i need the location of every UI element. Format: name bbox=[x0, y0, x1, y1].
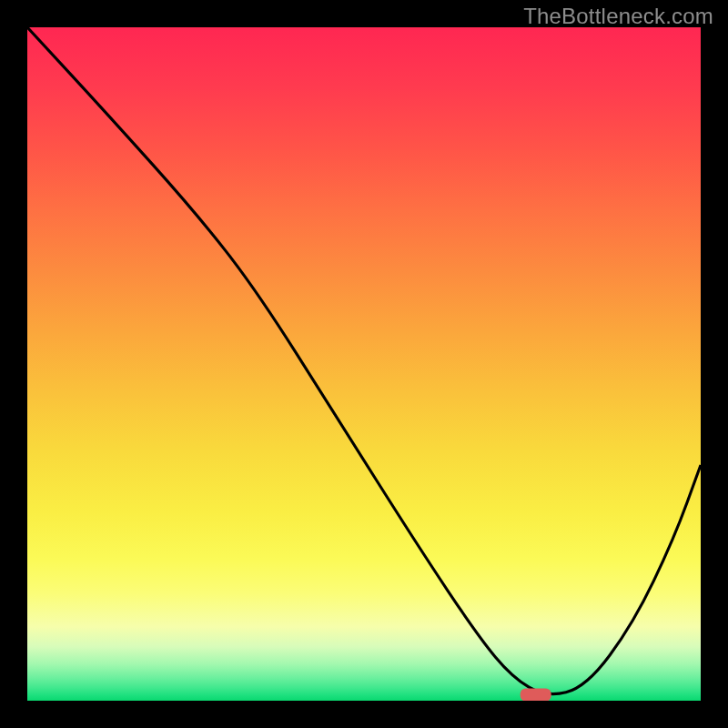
chart-overlay bbox=[27, 27, 701, 701]
watermark-text: TheBottleneck.com bbox=[523, 4, 713, 29]
plot-area bbox=[27, 27, 701, 701]
chart-frame: TheBottleneck.com bbox=[0, 0, 728, 728]
optimal-marker bbox=[521, 689, 551, 701]
bottleneck-curve bbox=[27, 27, 701, 694]
